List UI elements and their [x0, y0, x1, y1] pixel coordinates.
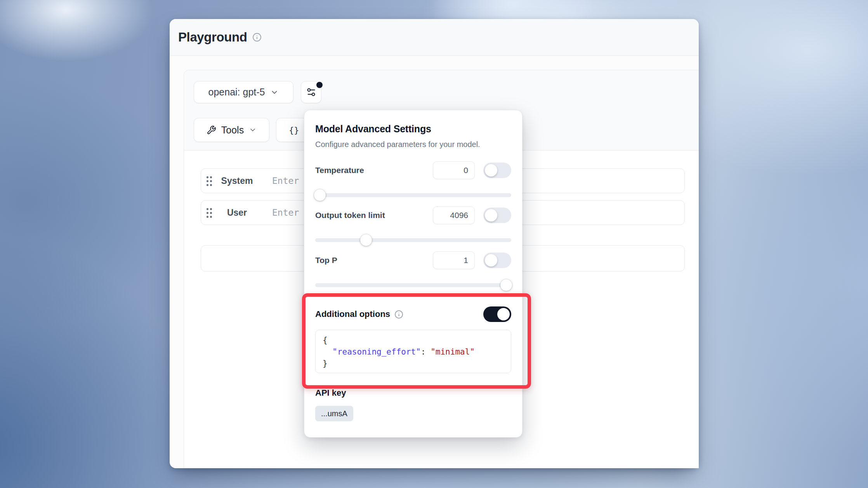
code-line: {: [323, 334, 504, 346]
slider-thumb[interactable]: [500, 279, 512, 291]
output-token-limit-row: Output token limit 4096: [315, 206, 511, 224]
tools-button-label: Tools: [221, 125, 244, 136]
toggle-knob: [485, 254, 497, 266]
additional-options-label: Additional options: [315, 309, 390, 319]
toggle-knob: [497, 308, 510, 320]
top-p-input[interactable]: 1: [433, 251, 475, 269]
temperature-toggle[interactable]: [483, 163, 511, 178]
message-input-placeholder[interactable]: Enter: [272, 208, 299, 218]
output-token-limit-slider[interactable]: [315, 234, 511, 246]
toggle-knob: [485, 164, 497, 177]
message-role-label: System: [213, 176, 261, 186]
message-input-placeholder[interactable]: Enter: [272, 176, 299, 186]
model-settings-button[interactable]: [301, 81, 321, 103]
desktop-background: Playground openai: gpt-5: [0, 0, 868, 488]
model-advanced-settings-popover: Model Advanced Settings Configure advanc…: [304, 110, 523, 438]
slider-thumb[interactable]: [314, 189, 326, 201]
slider-track: [315, 193, 511, 197]
temperature-label: Temperature: [315, 166, 433, 175]
json-value: "minimal": [431, 347, 475, 356]
toggle-knob: [485, 209, 497, 222]
slider-track: [315, 238, 511, 242]
temperature-row: Temperature 0: [315, 161, 511, 179]
api-key-label: API key: [315, 388, 511, 398]
api-key-badge[interactable]: ...umsA: [315, 406, 353, 421]
code-line: }: [323, 358, 504, 369]
top-p-slider[interactable]: [315, 279, 511, 291]
sliders-settings-icon: [306, 87, 316, 97]
additional-options-json-editor[interactable]: { "reasoning_effort": "minimal" }: [315, 330, 511, 373]
drag-handle-icon[interactable]: [206, 207, 213, 218]
output-token-limit-label: Output token limit: [315, 211, 433, 220]
top-p-row: Top P 1: [315, 251, 511, 269]
json-key: "reasoning_effort": [332, 347, 421, 356]
code-line: "reasoning_effort": "minimal": [323, 346, 504, 358]
temperature-input[interactable]: 0: [433, 161, 475, 179]
info-icon[interactable]: [252, 33, 262, 42]
chevron-down-icon: [270, 88, 279, 97]
top-p-label: Top P: [315, 256, 433, 265]
model-select[interactable]: openai: gpt-5: [194, 81, 293, 103]
output-token-limit-input[interactable]: 4096: [433, 206, 475, 224]
tools-button[interactable]: Tools: [194, 118, 269, 142]
output-token-limit-toggle[interactable]: [483, 208, 511, 223]
code-view-button-label: {}: [289, 125, 299, 135]
additional-options-row: Additional options: [315, 306, 511, 322]
top-p-toggle[interactable]: [483, 253, 511, 268]
slider-thumb[interactable]: [360, 234, 372, 246]
chevron-down-icon: [249, 126, 257, 134]
page-title: Playground: [178, 30, 247, 45]
slider-track: [315, 283, 511, 287]
model-select-value: openai: gpt-5: [208, 87, 265, 98]
message-role-label: User: [213, 208, 261, 218]
page-header: Playground: [170, 19, 699, 56]
info-icon[interactable]: [394, 310, 403, 319]
settings-active-dot: [316, 82, 323, 88]
additional-options-toggle[interactable]: [483, 306, 511, 322]
popover-title: Model Advanced Settings: [315, 123, 511, 135]
popover-description: Configure advanced parameters for your m…: [315, 140, 511, 149]
drag-handle-icon[interactable]: [206, 175, 213, 187]
temperature-slider[interactable]: [315, 189, 511, 201]
wrench-icon: [207, 125, 216, 135]
